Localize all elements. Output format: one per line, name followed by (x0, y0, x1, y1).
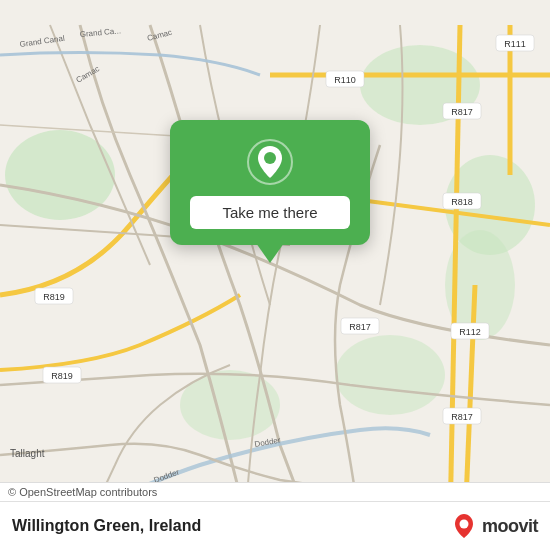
svg-text:R110: R110 (334, 75, 356, 85)
svg-text:R111: R111 (504, 39, 526, 49)
svg-text:R112: R112 (459, 327, 481, 337)
svg-text:R817: R817 (451, 412, 473, 422)
bottom-bar: © OpenStreetMap contributors Willington … (0, 482, 550, 550)
svg-point-41 (459, 520, 468, 529)
svg-text:Tallaght: Tallaght (10, 448, 45, 459)
map-container: R111 R110 R817 R819 R818 R819 R819 R817 … (0, 0, 550, 550)
location-bar: Willington Green, Ireland moovit (0, 501, 550, 550)
map-background: R111 R110 R817 R819 R818 R819 R819 R817 … (0, 0, 550, 550)
svg-text:R818: R818 (451, 197, 473, 207)
copyright-bar: © OpenStreetMap contributors (0, 482, 550, 501)
location-pin-icon (246, 138, 294, 186)
copyright-text: © OpenStreetMap contributors (8, 486, 157, 498)
moovit-brand-text: moovit (482, 516, 538, 537)
take-me-there-button[interactable]: Take me there (190, 196, 350, 229)
svg-point-40 (264, 152, 276, 164)
moovit-pin-icon (450, 512, 478, 540)
svg-text:R819: R819 (43, 292, 65, 302)
location-label: Willington Green, Ireland (12, 517, 201, 535)
svg-text:R819: R819 (51, 371, 73, 381)
popup-card: Take me there (170, 120, 370, 245)
moovit-logo: moovit (450, 512, 538, 540)
svg-text:R817: R817 (451, 107, 473, 117)
svg-point-4 (335, 335, 445, 415)
svg-text:R817: R817 (349, 322, 371, 332)
